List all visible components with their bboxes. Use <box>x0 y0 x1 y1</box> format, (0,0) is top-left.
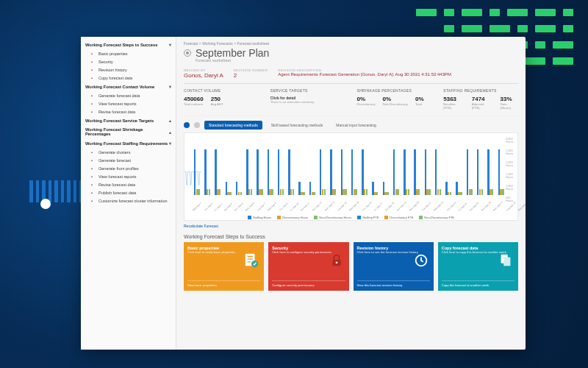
tile-security[interactable]: SecurityClick here to configure security… <box>268 242 348 291</box>
bar-group <box>244 138 252 195</box>
bar-group <box>276 138 284 195</box>
bar-group <box>359 138 368 195</box>
sidebar-item[interactable]: •Generate forecast <box>81 156 176 164</box>
bar-group <box>443 138 451 195</box>
steps-heading: Working Forecast Steps to Success <box>184 234 518 239</box>
history-icon <box>413 252 429 269</box>
sidebar-item[interactable]: •Generate from profiles <box>81 164 176 172</box>
sidebar-group[interactable]: Working Forecast Contact Volume▾ <box>81 82 176 91</box>
bar-group <box>307 138 315 195</box>
bar-group <box>234 138 242 195</box>
menu-item-icon: • <box>91 52 96 56</box>
bar-group <box>412 138 420 195</box>
sidebar-item[interactable]: •Revision history <box>81 66 176 74</box>
breadcrumb: Forecast > Working Forecasts > Forecast … <box>184 41 518 46</box>
sidebar-item[interactable]: •Generate clusters <box>81 148 176 156</box>
menu-item-icon: • <box>91 174 96 179</box>
bar-group <box>496 138 504 195</box>
tile-revision-history[interactable]: Revision historyClick here to see the fo… <box>354 242 434 291</box>
stat-staffing[interactable]: STAFFING REQUIREMENTS 5363Baseline (FTE)… <box>443 88 518 110</box>
bar-group <box>391 138 399 195</box>
chart-tabs: Standard forecasting methods Skill based… <box>184 121 518 130</box>
decorative-dot <box>40 199 51 209</box>
menu-item-icon: • <box>91 110 96 114</box>
legend-item: Staffing FTE <box>357 216 379 219</box>
chevron-icon: ▾ <box>169 42 171 47</box>
revision-number-value: 2 <box>234 72 268 79</box>
menu-item-icon: • <box>91 183 96 187</box>
sidebar: Working Forecast Steps to Success▾•Basic… <box>81 37 176 350</box>
recalculate-link[interactable]: Recalculate Forecast <box>184 224 518 228</box>
bar-group <box>339 138 347 195</box>
bar-group <box>202 138 210 195</box>
tab-standard[interactable]: Standard forecasting methods <box>204 121 262 130</box>
bar-group <box>465 138 473 195</box>
bar-group <box>286 138 294 195</box>
bar-group <box>349 138 357 195</box>
stats-row: CONTACT VOLUME 450060Total contacts 250A… <box>184 84 518 116</box>
legend-item: Non-Discretionary Hours <box>314 216 351 219</box>
tab-manual[interactable]: Manual input forecasting <box>331 121 380 130</box>
bar-group <box>485 138 493 195</box>
menu-item-icon: • <box>91 76 96 80</box>
stat-service-targets[interactable]: SERVICE TARGETS Click for detail There i… <box>270 88 345 110</box>
revision-row: REVISED BY Gonos, Daryl A REVISION NUMBE… <box>184 66 518 84</box>
stat-contact-volume[interactable]: CONTACT VOLUME 450060Total contacts 250A… <box>184 88 259 110</box>
bar-group <box>265 138 273 195</box>
sidebar-item[interactable]: •Basic properties <box>81 49 176 57</box>
checklist-icon <box>243 252 259 269</box>
toggle-on-icon[interactable] <box>184 122 190 128</box>
tab-skill[interactable]: Skill based forecasting methods <box>267 121 328 130</box>
bar-group <box>213 138 221 195</box>
sidebar-item[interactable]: •Revise forecast data <box>81 107 176 116</box>
menu-item-icon: • <box>91 60 96 64</box>
app-window: Working Forecast Steps to Success▾•Basic… <box>81 37 526 350</box>
sidebar-item[interactable]: •Revise forecast data <box>81 180 176 188</box>
menu-item-icon: • <box>91 166 96 171</box>
bar-group <box>381 138 389 195</box>
sidebar-group[interactable]: Working Forecast Steps to Success▾ <box>81 40 176 49</box>
page-title: September Plan <box>196 47 269 59</box>
sidebar-group[interactable]: Working Forecast Service Targets▴ <box>81 116 176 125</box>
revision-desc-value: Agent Requirements Forecast Generation [… <box>278 72 518 77</box>
chevron-icon: ▾ <box>169 141 171 146</box>
legend-item: Staffing Hours <box>248 216 271 219</box>
revision-number-label: REVISION NUMBER <box>234 68 268 72</box>
sidebar-item[interactable]: •Generate forecast data <box>81 91 176 99</box>
sidebar-group[interactable]: Working Forecast Shrinkage Percentages▴ <box>81 125 176 138</box>
menu-item-icon: • <box>91 158 96 163</box>
sidebar-group[interactable]: Working Forecast Staffing Requirements▾ <box>81 138 176 148</box>
svg-rect-6 <box>503 257 510 266</box>
legend-item: Non-Discretionary FTE <box>419 216 454 219</box>
bar-group <box>223 138 232 195</box>
sidebar-item[interactable]: •Security <box>81 57 176 66</box>
legend-item: Discretionary FTE <box>384 216 413 219</box>
legend-item: Discretionary Hours <box>277 216 308 219</box>
menu-item-icon: • <box>91 93 96 98</box>
sidebar-item[interactable]: •Publish forecast data <box>81 188 176 197</box>
tile-copy-forecast[interactable]: Copy forecast dataClick here to copy thi… <box>438 242 518 291</box>
menu-item-icon: • <box>91 102 96 106</box>
chevron-icon: ▴ <box>169 130 171 135</box>
lock-icon <box>329 252 345 269</box>
sidebar-item[interactable]: •Customize forecast cluster information <box>81 197 176 205</box>
bar-group <box>433 138 441 195</box>
menu-item-icon: • <box>91 191 96 195</box>
svg-point-3 <box>335 261 337 263</box>
tile-basic-properties[interactable]: Basic propertiesClick here to verify bas… <box>184 242 264 291</box>
bar-group <box>423 138 431 195</box>
main-panel: Forecast > Working Forecasts > Forecast … <box>176 37 526 350</box>
menu-item-icon: • <box>91 68 96 72</box>
sidebar-item[interactable]: •View forecast reports <box>81 172 176 180</box>
eye-icon[interactable] <box>184 49 191 57</box>
sidebar-item[interactable]: •Copy forecast data <box>81 74 176 82</box>
chevron-icon: ▴ <box>169 118 171 123</box>
sidebar-item[interactable]: •View forecast reports <box>81 99 176 107</box>
revised-by-value: Gonos, Daryl A <box>184 72 223 79</box>
stat-shrinkage[interactable]: SHRINKAGE PERCENTAGES 0%Discretionary 0%… <box>357 88 432 110</box>
bar-group <box>318 138 326 195</box>
bar-group <box>454 138 462 195</box>
chevron-icon: ▾ <box>169 84 171 89</box>
bar-group <box>475 138 483 195</box>
toggle-off-icon[interactable] <box>194 122 200 128</box>
